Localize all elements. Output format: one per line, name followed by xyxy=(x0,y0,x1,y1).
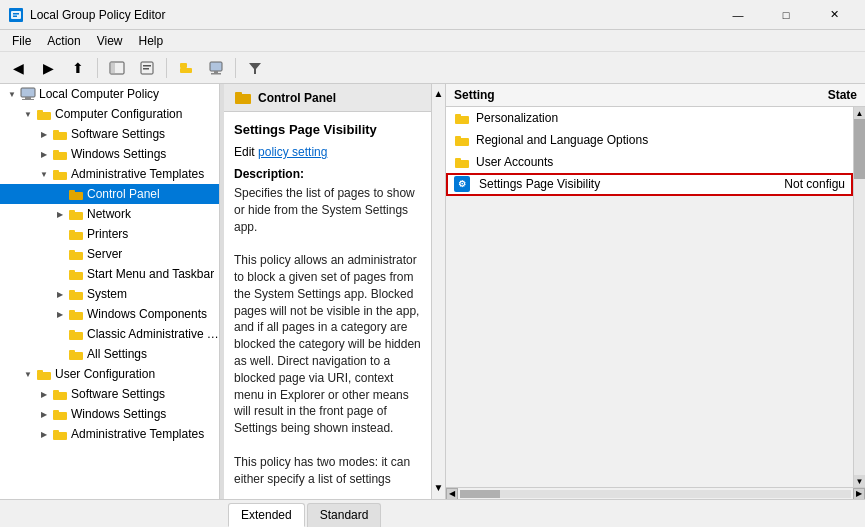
scroll-up-arrow[interactable]: ▲ xyxy=(434,84,444,103)
settings-group-regional[interactable]: Regional and Language Options xyxy=(446,129,853,151)
desc-edit: Edit policy setting xyxy=(234,145,421,159)
settings-group-personalization[interactable]: Personalization xyxy=(446,107,853,129)
scroll-up-btn[interactable]: ▲ xyxy=(854,107,865,119)
tree-label: Administrative Templates xyxy=(71,167,204,181)
svg-rect-55 xyxy=(455,114,461,117)
folder-icon xyxy=(68,288,84,301)
folder-icon xyxy=(454,156,470,169)
tree-item-all-settings[interactable]: All Settings xyxy=(0,344,219,364)
h-scroll-track[interactable] xyxy=(460,490,851,498)
tree-item-user-config[interactable]: ▼ User Configuration xyxy=(0,364,219,384)
expand-icon: ▼ xyxy=(20,370,36,379)
tree-item-computer-config[interactable]: ▼ Computer Configuration xyxy=(0,104,219,124)
toolbar-properties[interactable] xyxy=(133,56,161,80)
group-label: User Accounts xyxy=(476,155,553,169)
tree-item-control-panel[interactable]: Control Panel xyxy=(0,184,219,204)
expand-icon: ▶ xyxy=(52,310,68,319)
settings-header: Setting State xyxy=(446,84,865,107)
scroll-thumb[interactable] xyxy=(854,119,865,179)
settings-group-user-accounts[interactable]: User Accounts xyxy=(446,151,853,173)
toolbar-up[interactable]: ⬆ xyxy=(64,56,92,80)
toolbar-btn3[interactable] xyxy=(172,56,200,80)
tree-label: Windows Settings xyxy=(71,407,166,421)
svg-rect-39 xyxy=(69,310,75,313)
tree-label: All Settings xyxy=(87,347,147,361)
settings-vertical-scrollbar[interactable]: ▲ ▼ xyxy=(853,107,865,487)
tree-item-user-admin-templates[interactable]: ▶ Administrative Templates xyxy=(0,424,219,444)
folder-icon xyxy=(52,148,68,161)
scroll-track[interactable] xyxy=(854,119,865,475)
expand-icon: ▶ xyxy=(36,390,52,399)
maximize-button[interactable]: □ xyxy=(763,0,809,30)
desc-header-title: Control Panel xyxy=(258,91,336,105)
tree-item-software-settings[interactable]: ▶ Software Settings xyxy=(0,124,219,144)
tree-label: Start Menu and Taskbar xyxy=(87,267,214,281)
tree-item-classic-admin[interactable]: Classic Administrative Tem... xyxy=(0,324,219,344)
expand-icon: ▶ xyxy=(52,290,68,299)
svg-rect-3 xyxy=(13,15,17,17)
tree-item-user-windows-settings[interactable]: ▶ Windows Settings xyxy=(0,404,219,424)
tree-item-user-software[interactable]: ▶ Software Settings xyxy=(0,384,219,404)
svg-rect-23 xyxy=(53,150,59,153)
toolbar-filter[interactable] xyxy=(241,56,269,80)
settings-list[interactable]: Personalization Regional and Language Op… xyxy=(446,107,853,487)
close-button[interactable]: ✕ xyxy=(811,0,857,30)
menu-action[interactable]: Action xyxy=(39,32,88,50)
folder-icon xyxy=(454,112,470,125)
toolbar-forward[interactable]: ▶ xyxy=(34,56,62,80)
svg-rect-10 xyxy=(180,68,192,73)
group-label: Regional and Language Options xyxy=(476,133,648,147)
svg-rect-47 xyxy=(53,390,59,393)
desc-title: Settings Page Visibility xyxy=(234,122,421,137)
toolbar-back[interactable]: ◀ xyxy=(4,56,32,80)
scroll-down-arrow[interactable]: ▼ xyxy=(434,478,444,497)
minimize-button[interactable]: — xyxy=(715,0,761,30)
svg-rect-43 xyxy=(69,350,75,353)
tree-panel[interactable]: ▼ Local Computer Policy ▼ xyxy=(0,84,220,499)
svg-rect-17 xyxy=(22,99,34,100)
svg-rect-15 xyxy=(21,88,35,97)
settings-horizontal-scrollbar[interactable]: ◀ ▶ xyxy=(446,487,865,499)
tree-item-local-policy[interactable]: ▼ Local Computer Policy xyxy=(0,84,219,104)
expand-icon: ▼ xyxy=(4,90,20,99)
folder-icon xyxy=(454,134,470,147)
col-state: State xyxy=(757,88,857,102)
scroll-down-btn[interactable]: ▼ xyxy=(854,475,865,487)
expand-icon xyxy=(52,230,68,239)
toolbar: ◀ ▶ ⬆ xyxy=(0,52,865,84)
window-controls: — □ ✕ xyxy=(715,0,857,30)
svg-rect-52 xyxy=(235,94,251,104)
scroll-left-btn[interactable]: ◀ xyxy=(446,488,458,500)
tree-label: Windows Settings xyxy=(71,147,166,161)
toolbar-sep3 xyxy=(235,58,236,78)
settings-row-visibility[interactable]: ⚙ Settings Page Visibility Not configu xyxy=(446,173,853,196)
tree-item-printers[interactable]: Printers xyxy=(0,224,219,244)
toolbar-show-hide[interactable] xyxy=(103,56,131,80)
settings-panel: Setting State Personalization xyxy=(446,84,865,499)
svg-rect-33 xyxy=(69,250,75,253)
tab-extended[interactable]: Extended xyxy=(228,503,305,527)
svg-rect-36 xyxy=(69,292,83,300)
tree-item-admin-templates[interactable]: ▼ Administrative Templates xyxy=(0,164,219,184)
tab-standard[interactable]: Standard xyxy=(307,503,382,527)
scroll-right-btn[interactable]: ▶ xyxy=(853,488,865,500)
tree-item-windows-settings[interactable]: ▶ Windows Settings xyxy=(0,144,219,164)
menu-help[interactable]: Help xyxy=(131,32,172,50)
policy-link[interactable]: policy setting xyxy=(258,145,327,159)
settings-row-state: Not configu xyxy=(745,177,845,191)
svg-rect-2 xyxy=(13,13,19,15)
menu-view[interactable]: View xyxy=(89,32,131,50)
h-scroll-thumb[interactable] xyxy=(460,490,500,498)
tree-item-system[interactable]: ▶ System xyxy=(0,284,219,304)
tree-item-server[interactable]: Server xyxy=(0,244,219,264)
toolbar-btn4[interactable] xyxy=(202,56,230,80)
desc-scroll-arrows: ▲ ▼ xyxy=(432,84,446,499)
tree-item-windows-components[interactable]: ▶ Windows Components xyxy=(0,304,219,324)
svg-rect-58 xyxy=(455,160,469,168)
svg-rect-54 xyxy=(455,116,469,124)
tree-item-network[interactable]: ▶ Network xyxy=(0,204,219,224)
tree-item-startmenu[interactable]: Start Menu and Taskbar xyxy=(0,264,219,284)
menu-file[interactable]: File xyxy=(4,32,39,50)
folder-icon xyxy=(68,248,84,261)
tree-label: Software Settings xyxy=(71,127,165,141)
